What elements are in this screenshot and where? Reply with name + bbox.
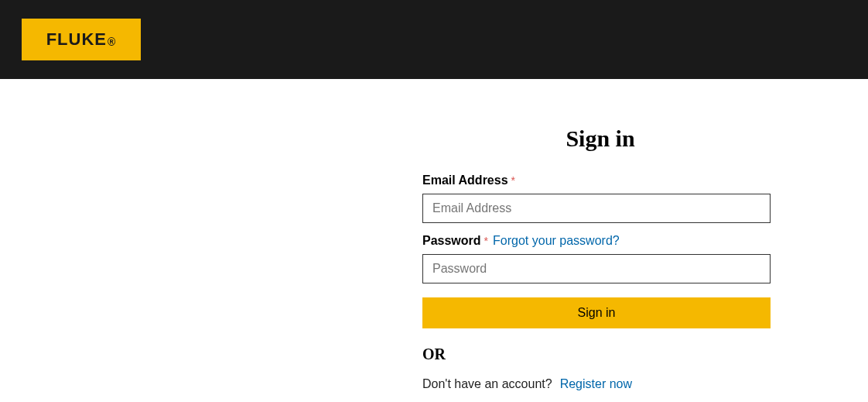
email-label: Email Address [422,174,508,187]
email-label-row: Email Address * [422,174,778,187]
site-header: FLUKE® [0,0,868,79]
password-group: Password * Forgot your password? [422,234,778,283]
password-field[interactable] [422,254,771,283]
register-prompt: Don't have an account? [422,377,552,391]
brand-name: FLUKE [46,29,107,50]
password-label: Password [422,234,481,248]
required-marker: * [484,235,488,247]
brand-logo[interactable]: FLUKE® [22,19,141,60]
register-link[interactable]: Register now [560,377,632,391]
password-label-row: Password * Forgot your password? [422,234,778,248]
page-title: Sign in [422,125,778,152]
signin-form-container: Sign in Email Address * Password * Forgo… [422,125,778,391]
required-marker: * [511,174,515,187]
email-field[interactable] [422,194,771,223]
register-row: Don't have an account? Register now [422,377,778,391]
email-group: Email Address * [422,174,778,223]
forgot-password-link[interactable]: Forgot your password? [493,234,620,248]
main-content: Sign in Email Address * Password * Forgo… [0,79,868,391]
signin-button[interactable]: Sign in [422,297,771,328]
divider-or: OR [422,345,778,363]
brand-dot-icon: ® [108,36,116,48]
